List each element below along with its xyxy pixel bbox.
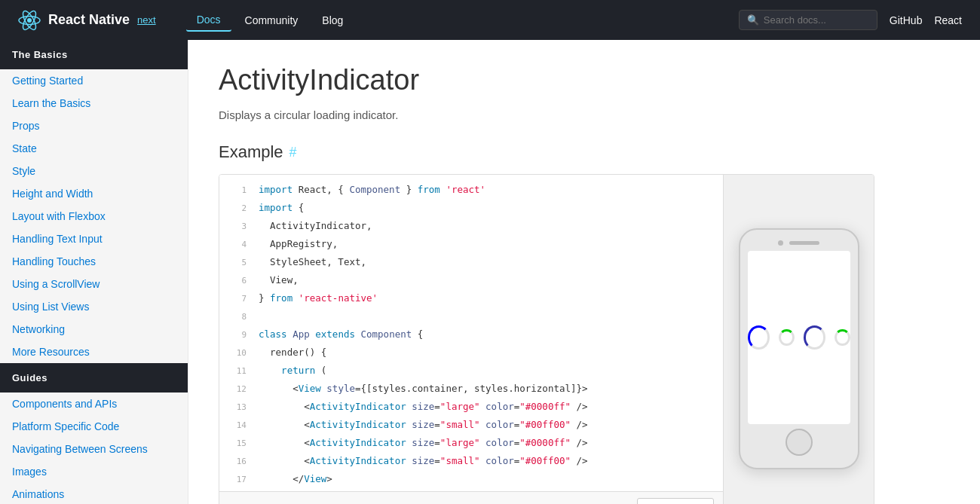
code-line: 10 render() { [219, 344, 723, 362]
sidebar-item-getting-started[interactable]: Getting Started [0, 69, 188, 92]
code-line: 9 class App extends Component { [219, 325, 723, 344]
sidebar-section-guides: Guides [0, 363, 188, 393]
phone-speaker-icon [789, 241, 819, 245]
phone-home-button [786, 429, 813, 456]
code-line: 11 return ( [219, 362, 723, 380]
code-line: 3 ActivityIndicator, [219, 217, 723, 235]
activity-indicator-green-small [779, 329, 794, 346]
page-layout: The Basics Getting Started Learn the Bas… [0, 40, 980, 504]
phone-notch [740, 230, 858, 251]
sidebar-item-touches[interactable]: Handling Touches [0, 250, 188, 273]
phone-preview [723, 175, 874, 504]
page-title: ActivityIndicator [219, 64, 874, 96]
activity-indicator-green-small-2 [835, 329, 850, 346]
code-line: 12 <View style={[styles.container, style… [219, 380, 723, 398]
code-line: 5 StyleSheet, Text, [219, 253, 723, 271]
react-link[interactable]: React [934, 14, 962, 26]
sidebar-item-style[interactable]: Style [0, 160, 188, 182]
search-input[interactable] [764, 14, 869, 26]
sidebar-item-networking[interactable]: Networking [0, 318, 188, 341]
example-hash-link[interactable]: # [289, 145, 297, 160]
sidebar-item-animations[interactable]: Animations [0, 483, 188, 504]
sidebar-item-components-apis[interactable]: Components and APIs [0, 393, 188, 415]
sidebar-item-more-resources[interactable]: More Resources [0, 341, 188, 363]
sidebar-item-scrollview[interactable]: Using a ScrollView [0, 273, 188, 295]
code-example-wrapper: 1 import React, { Component } from 'reac… [219, 174, 874, 504]
code-line: 8 [219, 307, 723, 325]
show-details-button[interactable]: Show Details [637, 498, 714, 504]
react-logo-icon [18, 9, 41, 32]
main-content: ActivityIndicator Displays a circular lo… [188, 40, 905, 504]
sidebar-item-navigating[interactable]: Navigating Between Screens [0, 438, 188, 460]
sidebar-item-height-width[interactable]: Height and Width [0, 182, 188, 205]
sidebar-item-list-views[interactable]: Using List Views [0, 295, 188, 318]
logo[interactable]: React Native next [18, 9, 156, 32]
sidebar-section-basics: The Basics [0, 40, 188, 69]
code-line: 1 import React, { Component } from 'reac… [219, 181, 723, 199]
code-line: 15 <ActivityIndicator size="large" color… [219, 434, 723, 452]
main-nav: Docs Community Blog [186, 9, 739, 32]
header: React Native next Docs Community Blog 🔍 … [0, 0, 980, 40]
code-scroll[interactable]: 1 import React, { Component } from 'reac… [219, 175, 723, 491]
search-icon: 🔍 [747, 14, 759, 26]
sidebar: The Basics Getting Started Learn the Bas… [0, 40, 188, 504]
code-line: 4 AppRegistry, [219, 235, 723, 253]
sidebar-item-platform-specific[interactable]: Platform Specific Code [0, 415, 188, 438]
page-subtitle: Displays a circular loading indicator. [219, 108, 874, 121]
sidebar-item-state[interactable]: State [0, 137, 188, 160]
nav-blog[interactable]: Blog [311, 10, 354, 31]
code-line: 17 </View> [219, 470, 723, 488]
example-heading: Example # [219, 142, 874, 162]
github-link[interactable]: GitHub [890, 14, 923, 26]
code-line: 14 <ActivityIndicator size="small" color… [219, 416, 723, 434]
code-panel: 1 import React, { Component } from 'reac… [219, 175, 723, 504]
phone-camera-icon [778, 240, 783, 246]
header-right: 🔍 GitHub React [739, 10, 962, 30]
code-line: 2 import { [219, 199, 723, 217]
sidebar-item-flexbox[interactable]: Layout with Flexbox [0, 205, 188, 228]
code-line: 13 <ActivityIndicator size="large" color… [219, 398, 723, 416]
code-line: 16 <ActivityIndicator size="small" color… [219, 452, 723, 470]
code-line: 6 View, [219, 271, 723, 289]
svg-point-0 [27, 18, 32, 23]
nav-docs[interactable]: Docs [186, 9, 231, 32]
sidebar-item-props[interactable]: Props [0, 115, 188, 137]
code-line: 7 } from 'react-native' [219, 289, 723, 307]
next-badge[interactable]: next [137, 14, 156, 26]
logo-text: React Native [48, 12, 130, 28]
sidebar-item-text-input[interactable]: Handling Text Input [0, 228, 188, 250]
sidebar-item-learn-basics[interactable]: Learn the Basics [0, 92, 188, 115]
phone-body [739, 228, 859, 469]
phone-screen [748, 251, 850, 424]
activity-indicator-blue-large-2 [804, 325, 826, 350]
nav-community[interactable]: Community [234, 10, 309, 31]
code-footer: No Errors Show Details [219, 491, 723, 504]
search-box[interactable]: 🔍 [739, 10, 877, 30]
sidebar-item-images[interactable]: Images [0, 460, 188, 483]
activity-indicator-blue-large [748, 325, 770, 350]
